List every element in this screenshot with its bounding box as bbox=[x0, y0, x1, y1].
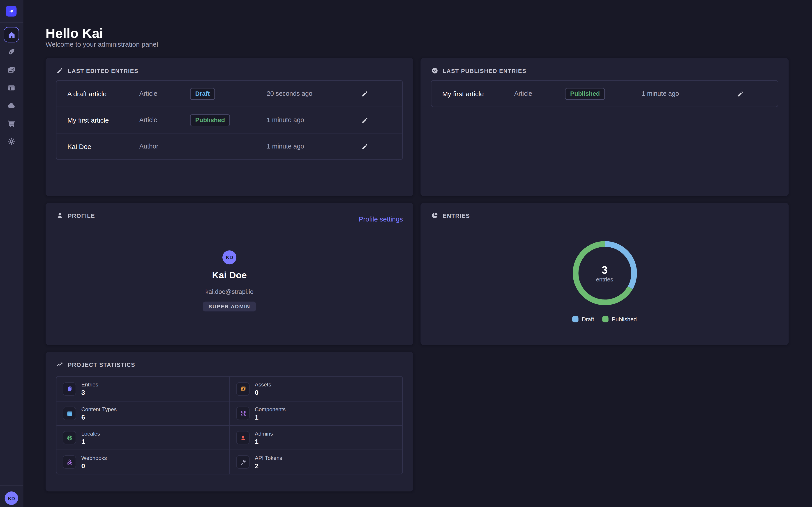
card-title: ENTRIES bbox=[443, 212, 470, 219]
cart-icon bbox=[7, 119, 15, 128]
entry-time: 20 seconds ago bbox=[267, 90, 327, 97]
stat-value: 2 bbox=[255, 462, 283, 469]
stat-label: Components bbox=[255, 406, 286, 412]
feather-icon bbox=[7, 48, 15, 56]
stat-api-tokens: API Tokens2 bbox=[230, 450, 402, 474]
card-header: PROFILE bbox=[56, 212, 95, 219]
status-badge: Published bbox=[565, 88, 605, 100]
edit-entry-button[interactable] bbox=[360, 142, 369, 151]
user-icon bbox=[236, 431, 250, 444]
sidebar: KD bbox=[0, 0, 23, 507]
status-badge: Draft bbox=[190, 88, 215, 100]
edit-entry-button[interactable] bbox=[360, 89, 369, 98]
donut-total-label: entries bbox=[596, 276, 613, 283]
edit-entry-button[interactable] bbox=[736, 89, 745, 98]
entry-name: A draft article bbox=[56, 90, 139, 97]
entry-time: 1 minute ago bbox=[267, 143, 327, 150]
page-title: Hello Kai bbox=[46, 25, 103, 42]
entry-name: My first article bbox=[431, 90, 514, 97]
gear-icon bbox=[7, 137, 15, 145]
home-icon bbox=[7, 31, 15, 39]
donut-center: 3 entries bbox=[568, 237, 641, 309]
stat-value: 6 bbox=[81, 413, 117, 421]
stat-label: Webhooks bbox=[81, 454, 107, 461]
pencil-icon bbox=[362, 117, 368, 123]
stat-entries: Entries3 bbox=[56, 377, 230, 401]
status-empty: - bbox=[190, 143, 192, 151]
legend-item-published: Published bbox=[603, 316, 637, 323]
card-header: LAST PUBLISHED ENTRIES bbox=[431, 67, 526, 74]
stat-value: 0 bbox=[255, 389, 271, 396]
nodes-icon bbox=[236, 407, 250, 420]
sidebar-item-media-library[interactable] bbox=[7, 65, 16, 74]
stat-locales: Locales1 bbox=[56, 425, 230, 450]
stat-label: Entries bbox=[81, 381, 98, 388]
card-header: ENTRIES bbox=[431, 212, 470, 219]
strapi-logo[interactable] bbox=[6, 6, 16, 16]
person-icon bbox=[56, 212, 63, 219]
images-icon bbox=[7, 66, 15, 74]
legend-swatch-draft bbox=[572, 316, 579, 323]
legend-label: Published bbox=[612, 316, 637, 323]
stat-webhooks: Webhooks0 bbox=[56, 450, 230, 474]
entry-type: Author bbox=[139, 143, 190, 150]
card-title: PROJECT STATISTICS bbox=[68, 361, 135, 368]
stat-label: Assets bbox=[255, 381, 271, 388]
sidebar-item-home[interactable] bbox=[4, 27, 19, 42]
profile-avatar: KD bbox=[222, 250, 236, 264]
chart-legend: Draft Published bbox=[420, 316, 789, 323]
status-badge: Published bbox=[190, 114, 230, 126]
images-icon bbox=[236, 382, 250, 396]
legend-label: Draft bbox=[582, 316, 594, 323]
card-project-statistics: PROJECT STATISTICS Entries3 Assets0 Cont… bbox=[46, 352, 413, 492]
sidebar-item-content-manager[interactable] bbox=[7, 47, 16, 56]
trending-up-icon bbox=[56, 361, 63, 368]
stat-value: 3 bbox=[81, 389, 98, 396]
card-title: PROFILE bbox=[68, 212, 95, 219]
stat-value: 0 bbox=[81, 462, 107, 469]
sidebar-item-content-type-builder[interactable] bbox=[7, 83, 16, 93]
sidebar-user-avatar[interactable]: KD bbox=[5, 492, 18, 505]
strapi-dashboard: KD Hello Kai Welcome to your administrat… bbox=[0, 0, 812, 507]
pencil-icon bbox=[362, 143, 368, 150]
entries-table: My first article Article Published 1 min… bbox=[431, 80, 778, 107]
strapi-logo-icon bbox=[8, 8, 14, 14]
page-subtitle: Welcome to your administration panel bbox=[46, 40, 158, 48]
stat-label: API Tokens bbox=[255, 454, 283, 461]
role-badge: SUPER ADMIN bbox=[203, 302, 256, 312]
sidebar-divider-bottom bbox=[0, 485, 23, 486]
stat-components: Components1 bbox=[230, 401, 402, 425]
layout-icon bbox=[63, 407, 76, 420]
sidebar-item-marketplace[interactable] bbox=[7, 119, 16, 128]
table-row: A draft article Article Draft 20 seconds… bbox=[56, 81, 402, 107]
stat-admins: Admins1 bbox=[230, 425, 402, 450]
profile-settings-link[interactable]: Profile settings bbox=[359, 215, 403, 223]
pie-chart-icon bbox=[431, 212, 438, 219]
check-circle-icon bbox=[431, 67, 438, 74]
key-icon bbox=[236, 455, 250, 469]
donut-total-value: 3 bbox=[602, 264, 608, 276]
stat-value: 1 bbox=[81, 437, 100, 445]
card-profile: PROFILE Profile settings KD Kai Doe kai.… bbox=[46, 203, 413, 345]
globe-icon bbox=[63, 431, 76, 444]
table-row: My first article Article Published 1 min… bbox=[431, 81, 778, 107]
stat-label: Admins bbox=[255, 430, 273, 437]
profile-name: Kai Doe bbox=[46, 270, 413, 281]
profile-email: kai.doe@strapi.io bbox=[46, 288, 413, 295]
sidebar-divider-top bbox=[0, 22, 23, 23]
document-icon bbox=[63, 382, 76, 396]
entries-donut-chart: 3 entries bbox=[568, 237, 641, 309]
entry-name: Kai Doe bbox=[56, 143, 139, 150]
card-header: LAST EDITED ENTRIES bbox=[56, 67, 138, 74]
card-last-published-entries: LAST PUBLISHED ENTRIES My first article … bbox=[420, 58, 789, 196]
pencil-icon bbox=[737, 90, 744, 97]
webhook-icon bbox=[63, 455, 76, 469]
sidebar-item-settings[interactable] bbox=[7, 136, 16, 146]
stat-label: Content-Types bbox=[81, 406, 117, 412]
stat-content-types: Content-Types6 bbox=[56, 401, 230, 425]
stat-value: 1 bbox=[255, 437, 273, 445]
stat-label: Locales bbox=[81, 430, 100, 437]
entry-time: 1 minute ago bbox=[642, 90, 703, 97]
sidebar-item-deploy[interactable] bbox=[7, 101, 16, 110]
edit-entry-button[interactable] bbox=[360, 116, 369, 124]
